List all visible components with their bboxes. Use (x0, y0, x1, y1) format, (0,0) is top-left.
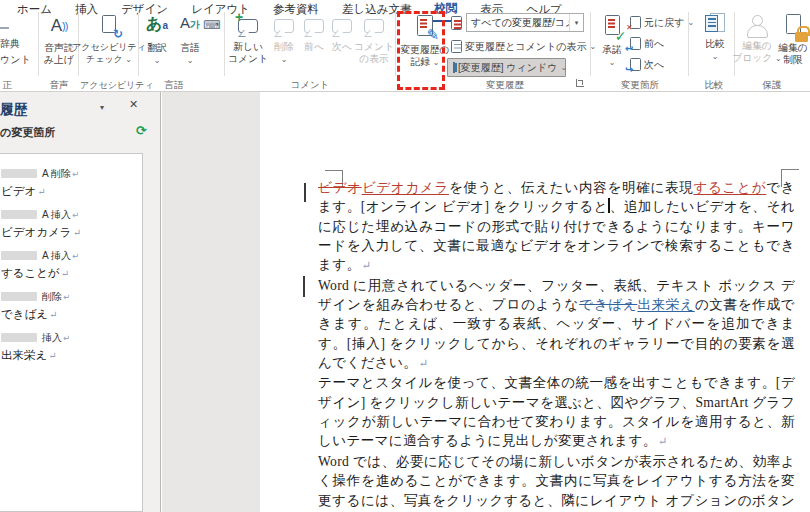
change-bar (304, 183, 306, 202)
chevron-down-icon: ⌄ (712, 52, 719, 61)
pane-title: 履歴 (0, 101, 27, 119)
return-mark: ↵ (361, 259, 371, 272)
revision-text: することが↵ (1, 266, 142, 281)
track-changes-icon: ✎ (417, 13, 433, 41)
author-name-blur (1, 251, 37, 260)
refresh-icon[interactable]: ⟳ (136, 123, 147, 138)
previous-comment-button[interactable]: 前へ (301, 13, 327, 79)
group-divider (590, 12, 591, 76)
reviewing-pane-icon (453, 62, 455, 73)
return-mark: ↵ (63, 333, 70, 343)
chevron-down-icon: ⌄ (187, 56, 194, 65)
show-comments-button[interactable]: コメントの表示 (356, 13, 392, 79)
language-icon: A가 (180, 13, 200, 39)
lock-icon (795, 32, 808, 42)
display-for-review-value: すべての変更履歴/コメ… (467, 16, 569, 30)
ribbon: ホーム挿入デザインレイアウト参考資料差し込み文書校閲表示ヘルプ 辞典 ウント 正… (0, 0, 810, 92)
group-label-speech: 音声 (40, 79, 78, 92)
revision-action: 挿入 (42, 331, 62, 345)
document-paragraph: Word では、必要に応じてその場に新しいボタンが表示されるため、効率よく操作を… (318, 452, 795, 512)
tracked-deletion: できばえ (579, 297, 637, 312)
tracked-insertion: することが (693, 180, 766, 195)
read-aloud-button[interactable]: A)) 音声読み上げ (42, 13, 76, 79)
text-run: Word では、必要に応じてその場に新しいボタンが表示されるため、効率よく操作を… (318, 454, 795, 512)
group-divider (395, 12, 396, 76)
text-run: を使うと、伝えたい内容を明確に表現 (449, 180, 694, 195)
revision-item[interactable]: A 挿入↵ビデオカメラ↵ (0, 208, 142, 249)
return-mark: ↵ (72, 210, 79, 220)
next-change-button[interactable]: ↪ 次へ (630, 55, 664, 74)
accessibility-check-button[interactable]: ↻ アクセシビリティチェック ⌄ (82, 13, 136, 79)
clipped-icon (0, 27, 9, 29)
group-divider (38, 12, 39, 76)
compare-button[interactable]: 比較⌄ (698, 13, 732, 79)
return-mark: ↵ (72, 169, 79, 179)
revision-text: 出来栄え↵ (1, 348, 142, 363)
keyboard-icon: ⌨ (203, 18, 220, 32)
tracked-insertion: 出来栄え (637, 297, 694, 312)
thesaurus-button[interactable]: 辞典 (0, 37, 20, 51)
reject-icon: ✕ (630, 16, 641, 29)
word-count-label: ウント (0, 53, 31, 67)
markup-options-icon (451, 16, 463, 31)
reviewing-pane-button[interactable]: [変更履歴] ウィンドウ⌄ (447, 58, 566, 77)
language-button[interactable]: A가 言語⌄ (176, 13, 204, 79)
revision-author-row: A 挿入↵ (1, 208, 142, 221)
new-comment-button[interactable]: + 新しいコメント (230, 13, 266, 79)
block-authors-button[interactable]: 編集のブロック ⌄ (740, 13, 774, 79)
accept-icon: ✓ (605, 13, 620, 41)
revision-item[interactable]: 削除↵できばえ↵ (0, 290, 142, 331)
pane-close-button[interactable]: ✕ (129, 98, 138, 111)
accessibility-icon: ↻ (102, 13, 116, 39)
show-markup-button[interactable]: 変更履歴とコメントの表示⌄ (451, 37, 596, 56)
tracking-dialog-launcher[interactable] (576, 79, 584, 87)
author-name-blur (1, 169, 37, 178)
revision-list[interactable]: A 削除↵ビデオ↵A 挿入↵ビデオカメラ↵A 挿入↵することが↵削除↵できばえ↵… (0, 153, 143, 512)
return-mark: ↵ (37, 186, 45, 197)
chevron-down-icon: ⌄ (561, 64, 568, 72)
group-label-protect: 保護 (752, 79, 792, 92)
revision-author-row: 挿入↵ (1, 331, 142, 344)
document-page[interactable]: ビデオビデオカメラを使うと、伝えたい内容を明確に表現することができます。[オンラ… (260, 92, 810, 512)
revision-text: できばえ↵ (1, 307, 142, 322)
revision-author-row: A 挿入↵ (1, 249, 142, 262)
show-comments-icon (364, 19, 384, 33)
display-for-review-combobox[interactable]: すべての変更履歴/コメ… ▾ (466, 13, 584, 32)
return-mark: ↵ (48, 350, 56, 361)
translate-button[interactable]: あa 翻訳⌄ (142, 13, 172, 79)
thesaurus-label: 辞典 (0, 37, 20, 51)
block-authors-icon (746, 15, 768, 37)
revision-text: ビデオ↵ (1, 184, 142, 199)
accept-button[interactable]: ✓ 承諾⌄ (596, 13, 628, 79)
word-count-button[interactable]: ウント (0, 53, 31, 67)
combo-dropdown-arrow[interactable]: ▾ (569, 14, 583, 31)
revision-item[interactable]: A 挿入↵することが↵ (0, 249, 142, 290)
restrict-editing-button[interactable]: 編集の制限 (777, 13, 809, 79)
document-paragraph: Word に用意されているヘッダー、フッター、表紙、テキスト ボックス デザイン… (318, 276, 795, 374)
document-canvas: ビデオビデオカメラを使うと、伝えたい内容を明確に表現することができます。[オンラ… (162, 92, 810, 512)
group-label-changes: 変更箇所 (615, 79, 665, 92)
return-mark: ↵ (418, 357, 428, 370)
revision-text: ビデオカメラ↵ (1, 225, 142, 240)
document-text[interactable]: ビデオビデオカメラを使うと、伝えたい内容を明確に表現することができます。[オンラ… (318, 178, 795, 512)
revision-item[interactable]: 挿入↵出来栄え↵ (0, 331, 142, 372)
revision-item[interactable]: A 削除↵ビデオ↵ (0, 167, 142, 208)
ime-dictionary-button[interactable]: ⌨ (203, 18, 220, 32)
chevron-down-icon: ⌄ (609, 58, 616, 67)
return-mark: ↵ (658, 435, 668, 448)
chevron-down-icon: ⌄ (154, 56, 161, 65)
show-markup-icon (451, 40, 462, 53)
next-comment-button[interactable]: 次へ (329, 13, 355, 79)
delete-comment-button[interactable]: 削除⌄ (270, 13, 298, 79)
group-divider (688, 12, 689, 76)
author-name-blur (1, 292, 37, 301)
reject-button[interactable]: ✕ 元に戻す⌄ (630, 13, 694, 32)
revision-action: A 削除 (42, 167, 71, 181)
previous-change-button[interactable]: ↩ 前へ (630, 34, 664, 53)
revision-action: A 挿入 (42, 208, 71, 222)
text-run: テーマとスタイルを使って、文書全体の統一感を出すこともできます。[デザイン] を… (318, 375, 795, 448)
pane-menu-button[interactable]: ▾ (100, 103, 104, 112)
return-mark: ↵ (72, 251, 79, 261)
track-changes-button[interactable]: ✎ 変更履歴の記録 ⌄ (402, 13, 448, 79)
pane-subtitle: の変更箇所 (0, 125, 55, 140)
